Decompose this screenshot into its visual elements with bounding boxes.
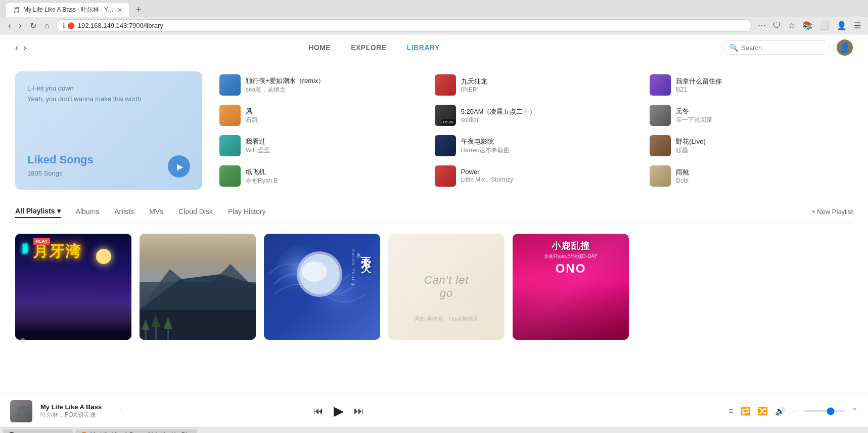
svg-marker-7 — [164, 317, 172, 329]
forward-btn[interactable]: › — [16, 20, 24, 31]
nav-forward-btn[interactable]: › — [23, 42, 26, 53]
song-item[interactable]: 元冬 等一下就回家 — [648, 102, 853, 129]
nav-home[interactable]: HOME — [308, 44, 331, 52]
tab-albums[interactable]: Albums — [76, 205, 100, 218]
liked-songs-title: Liked Songs — [27, 153, 94, 166]
play-pause-btn[interactable]: ▶ — [334, 403, 344, 419]
nav-library[interactable]: LIBRARY — [407, 44, 440, 52]
song-thumb — [650, 74, 671, 96]
song-title: 元冬 — [676, 107, 712, 116]
song-item[interactable]: 05:20 5:20AM（凌晨五点二十） soldier — [433, 102, 638, 129]
next-btn[interactable]: ⏭ — [354, 405, 364, 417]
song-item[interactable]: 野花(Live) 张晶 — [648, 132, 853, 159]
search-input[interactable] — [741, 44, 822, 52]
url-bar[interactable]: ℹ 🔴 192.168.149.143:7900/library — [56, 19, 752, 32]
song-title: 风 — [246, 107, 258, 116]
volume-decrease-btn[interactable]: − — [792, 407, 797, 416]
browser-collections-btn[interactable]: 📚 — [800, 20, 814, 31]
nav-back-btn[interactable]: ‹ — [15, 42, 18, 53]
back-btn[interactable]: ‹ — [5, 20, 14, 31]
song-item[interactable]: 雨靴 Dobi — [648, 162, 853, 190]
playlist-section: All Playlists ▾ Albums Artists MVs Cloud… — [15, 205, 853, 340]
prev-btn[interactable]: ⏮ — [313, 405, 324, 417]
song-artist: 石凯 — [246, 116, 258, 124]
song-item[interactable]: 我看过 WiFi歪歪 — [217, 132, 423, 159]
search-box[interactable]: 🔍 — [722, 40, 830, 55]
playlist-card[interactable]: 小鹿乱撞 永彬Ryan.B/快逃D-DAY ONO — [513, 234, 629, 340]
new-tab-btn[interactable]: + — [132, 3, 146, 17]
tab-all-playlists[interactable]: All Playlists ▾ — [15, 205, 61, 218]
repeat-btn[interactable]: 🔁 — [741, 406, 751, 416]
playlist-cover-1: 等一下就回家 月牙湾 PLAY 这里有我爱你的地方 — [15, 234, 131, 340]
volume-slider[interactable] — [804, 410, 844, 412]
song-item[interactable]: 风 石凯 — [217, 102, 423, 129]
browser-more-btn[interactable]: ⋯ — [756, 20, 768, 31]
now-playing-bar: 🎵 My Life Like A Bass 叶尔林，FOX胡天澜 ♡ ⏮ ▶ ⏭… — [0, 395, 868, 427]
song-thumb — [219, 135, 241, 156]
home-btn[interactable]: ⌂ — [41, 20, 53, 31]
shuffle-btn[interactable]: 🔀 — [758, 406, 768, 416]
playlist-card[interactable] — [140, 234, 256, 340]
time-badge: 05:20 — [442, 119, 455, 125]
tab-artists[interactable]: Artists — [114, 205, 134, 218]
song-info: 独行侠+爱如潮水（remix） sea葱，吴炳文 — [246, 76, 325, 94]
tab-play-history[interactable]: Play History — [228, 205, 266, 218]
volume-icon[interactable]: 🔊 — [775, 406, 785, 416]
playlist-cover-5: 小鹿乱撞 永彬Ryan.B/快逃D-DAY ONO — [513, 234, 629, 340]
now-playing-thumb: 🎵 — [10, 400, 32, 422]
song-item[interactable]: 独行侠+爱如潮水（remix） sea葱，吴炳文 — [217, 71, 423, 99]
song-item[interactable]: Power Little Mix，Stormzy — [433, 162, 638, 190]
new-playlist-btn[interactable]: + New Playlist — [811, 208, 853, 215]
browser-shield-btn[interactable]: 🛡 — [771, 20, 783, 31]
avatar[interactable]: 👤 — [837, 39, 853, 56]
playlist-card[interactable]: 不亏不欠 水几 Aaron Young — [264, 234, 380, 340]
browser-tab[interactable]: 🎵 My Life Like A Bass · 叶尔林 · YesPl... ✕ — [5, 2, 130, 17]
browser-star-btn[interactable]: ☆ — [786, 20, 797, 31]
refresh-btn[interactable]: ↻ — [27, 20, 39, 31]
song-info: 5:20AM（凌晨五点二十） soldier — [461, 107, 536, 123]
playlist-card[interactable]: Can't let go 词曲 吴晓嘉 Hook柳皓天 — [388, 234, 505, 340]
song-title: 纸飞机 — [246, 167, 278, 177]
playlist-cover-2 — [140, 234, 256, 340]
chevron-down-icon: ▾ — [57, 207, 61, 215]
queue-btn[interactable]: ≡ — [728, 407, 733, 416]
liked-songs-card[interactable]: L-l-let you down Yeah, you don't wanna m… — [15, 71, 202, 190]
now-playing-title: My Life Like A Bass — [40, 403, 111, 411]
nav-explore[interactable]: EXPLORE — [351, 44, 386, 52]
tab-cloud-disk[interactable]: Cloud Disk — [178, 205, 213, 218]
song-artist: BZ1 — [676, 86, 722, 93]
browser-split-btn[interactable]: ⬜ — [817, 20, 832, 31]
song-artist: Little Mix，Stormzy — [461, 176, 513, 184]
song-thumb — [219, 74, 241, 96]
song-artist: sea葱，吴炳文 — [246, 85, 325, 94]
song-item[interactable]: 午夜电影院 Darren达布希勒图 — [433, 132, 638, 159]
taskbar-browser[interactable]: My Life Like A Bass · 叶尔林 - YesPl... — [75, 429, 197, 434]
playlist-card[interactable]: 等一下就回家 月牙湾 PLAY 这里有我爱你的地方 — [15, 234, 131, 340]
playlist-cover-4: Can't let go 词曲 吴晓嘉 Hook柳皓天 — [388, 234, 505, 340]
song-thumb — [650, 105, 671, 126]
song-title: 雨靴 — [676, 168, 689, 177]
song-thumb — [650, 135, 671, 156]
svg-point-12 — [302, 262, 327, 282]
like-btn[interactable]: ♡ — [119, 406, 127, 417]
tab-mvs[interactable]: MVs — [149, 205, 163, 218]
song-info: 九天狂龙 0NER — [461, 77, 487, 93]
nav-right: 🔍 👤 — [722, 39, 853, 56]
song-item[interactable]: 九天狂龙 0NER — [433, 71, 638, 99]
liked-songs-play-btn[interactable] — [168, 155, 190, 178]
app-container: ‹ › HOME EXPLORE LIBRARY 🔍 👤 L-l-let you — [0, 34, 868, 427]
song-artist: 张晶 — [676, 146, 706, 155]
song-title: 5:20AM（凌晨五点二十） — [461, 107, 536, 116]
song-info: 纸飞机 永彬Ryan.B — [246, 167, 278, 185]
song-item[interactable]: 纸飞机 永彬Ryan.B — [217, 162, 423, 190]
tab-close-btn[interactable]: ✕ — [117, 7, 122, 14]
taskbar-terminal[interactable]: wang@localhost:~ — [3, 429, 73, 434]
song-title: Power — [461, 168, 513, 176]
song-info: 雨靴 Dobi — [676, 168, 689, 184]
song-item[interactable]: 我拿什么留住你 BZ1 — [648, 71, 853, 99]
browser-menu-btn[interactable]: ☰ — [852, 20, 863, 31]
song-title: 我看过 — [246, 137, 270, 146]
expand-btn[interactable]: ⌃ — [851, 406, 858, 416]
browser-account-btn[interactable]: 👤 — [835, 20, 849, 31]
song-info: 我拿什么留住你 BZ1 — [676, 77, 722, 93]
